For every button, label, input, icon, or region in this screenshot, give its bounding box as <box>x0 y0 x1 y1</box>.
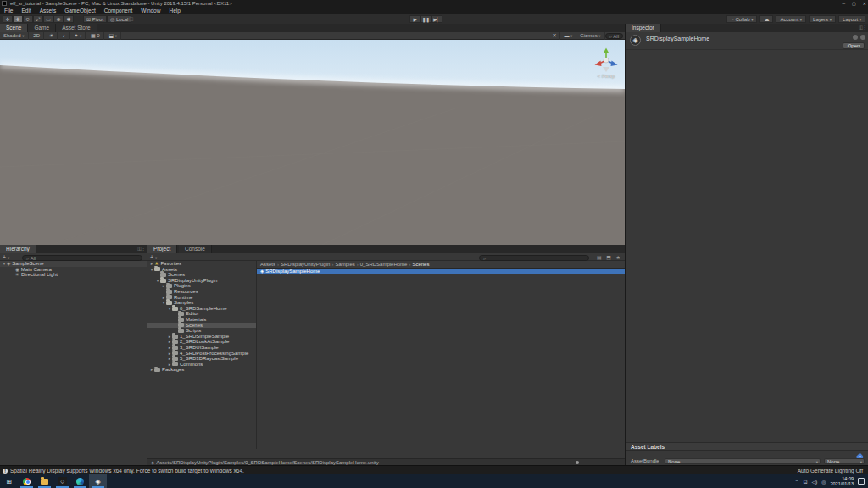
notification-center-icon[interactable] <box>858 478 865 485</box>
scene-orientation-gizmo[interactable] <box>593 47 620 74</box>
hierarchy-item-directional-light[interactable]: ☀Directional Light <box>0 272 147 278</box>
hierarchy-search-input[interactable]: ⌕ All <box>22 255 142 261</box>
menu-component[interactable]: Component <box>100 8 137 14</box>
grid-visibility-dropdown-icon[interactable]: ⬓ ▾ <box>105 32 121 40</box>
open-button[interactable]: Open <box>843 42 865 49</box>
tab-game[interactable]: Game <box>28 24 56 32</box>
project-folder-resources[interactable]: Resources <box>147 289 256 295</box>
shading-mode-dropdown[interactable]: Shaded ▾ <box>0 32 29 40</box>
tray-expand-icon[interactable]: ⌃ <box>795 479 799 485</box>
tab-scene[interactable]: Scene <box>0 24 28 32</box>
selected-asset-row[interactable]: ◈ SRDisplaySampleHome <box>257 269 625 274</box>
assetbundle-dropdown[interactable]: None▾ <box>665 458 821 464</box>
assetbundle-variant-dropdown[interactable]: None▾ <box>824 458 865 464</box>
settings-icon[interactable]: ◎ <box>821 479 826 485</box>
project-folder-assets[interactable]: ▾Assets <box>147 267 256 273</box>
status-bar[interactable]: ! Spatial Reality Display supports Windo… <box>0 465 868 474</box>
menu-edit[interactable]: Edit <box>17 8 35 14</box>
menu-help[interactable]: Help <box>164 8 184 14</box>
context-menu-icon[interactable] <box>860 35 865 40</box>
menu-file[interactable]: File <box>0 8 17 14</box>
tab-hierarchy[interactable]: Hierarchy <box>0 245 36 253</box>
move-tool-icon[interactable]: ✛ <box>13 15 23 23</box>
project-folder-favorites[interactable]: ▸★Favorites <box>147 261 256 267</box>
scene-viewport[interactable]: < Persp <box>0 40 625 245</box>
breadcrumb-item-assets[interactable]: Assets <box>260 262 275 267</box>
thumbnail-zoom-slider[interactable] <box>572 463 601 463</box>
breadcrumb-item-0_srdsamplehome[interactable]: 0_SRDSampleHome <box>360 262 408 267</box>
rect-tool-icon[interactable]: ▭ <box>43 15 53 23</box>
project-folder-editor[interactable]: Editor <box>147 311 256 317</box>
project-folder-materials[interactable]: Materials <box>147 317 256 323</box>
project-folder-2_srdlookatsample[interactable]: ▸2_SRDLookAtSample <box>147 339 256 345</box>
tab-console[interactable]: Console <box>179 245 212 253</box>
breadcrumb-item-srdisplayunityplugin[interactable]: SRDisplayUnityPlugin <box>281 262 330 267</box>
taskbar-unity-hub[interactable]: ◇ <box>53 474 71 488</box>
layout-dropdown[interactable]: Layout ▾ <box>838 15 865 23</box>
scene-tools-icon[interactable]: ✕ <box>548 32 560 40</box>
hierarchy-menu-icon[interactable]: ⚿ ⋮ <box>137 245 144 253</box>
taskbar-chrome[interactable] <box>18 474 36 488</box>
local-toggle[interactable]: ◎ Local <box>107 15 131 23</box>
scene-audio-icon[interactable]: ♪ <box>59 32 70 40</box>
volume-icon[interactable]: ◁) <box>812 479 818 485</box>
help-icon[interactable] <box>853 35 858 40</box>
taskbar-unity-editor[interactable]: ◈ <box>89 474 107 488</box>
breadcrumb-item-scenes[interactable]: Scenes <box>412 262 429 267</box>
taskbar-explorer[interactable] <box>36 474 53 488</box>
taskbar-edge[interactable] <box>71 474 89 488</box>
display-icon[interactable]: ⊡ <box>804 479 808 485</box>
hand-tool-icon[interactable]: ✥ <box>3 15 13 23</box>
project-folder-srdisplayunityplugin[interactable]: ▾SRDisplayUnityPlugin <box>147 278 256 284</box>
step-button[interactable]: ▶▏ <box>431 15 442 23</box>
menu-window[interactable]: Window <box>136 8 164 14</box>
gizmos-dropdown[interactable]: Gizmos ▾ <box>576 32 604 40</box>
scene-lighting-icon[interactable]: ☀ <box>46 32 58 40</box>
inspector-menu-icon[interactable]: ⚿ ⋮ <box>859 24 865 32</box>
project-folder-4_srdpostprocessingsample[interactable]: ▸4_SRDPostProcessingSample <box>147 351 256 357</box>
asset-labels-header[interactable]: Asset Labels <box>626 442 868 451</box>
scene-search-input[interactable]: ⌕ All <box>605 33 623 39</box>
close-button[interactable]: ✕ <box>863 0 866 8</box>
project-folder-0_srdsamplehome[interactable]: ▾0_SRDSampleHome <box>147 306 256 312</box>
project-folder-runtime[interactable]: ▸Runtime <box>147 295 256 301</box>
start-button[interactable]: ⊞ <box>0 474 18 488</box>
toggle-2d-button[interactable]: 2D <box>30 32 44 40</box>
maximize-button[interactable]: ▢ <box>852 0 856 8</box>
collab-dropdown[interactable]: ◔ Collab ▾ <box>726 15 757 23</box>
project-add-button[interactable]: + ▾ <box>150 254 157 260</box>
camera-dropdown-icon[interactable]: ▬ ▾ <box>560 32 576 40</box>
project-folder-scenes[interactable]: Scenes <box>147 323 256 329</box>
effects-dropdown-icon[interactable]: ✦ ▾ <box>70 32 86 40</box>
project-folder-3_srduisample[interactable]: ▸3_SRDUISample <box>147 345 256 351</box>
menu-assets[interactable]: Assets <box>36 8 61 14</box>
project-search-input[interactable]: ⌕ <box>479 255 589 261</box>
breadcrumb-item-samples[interactable]: Samples <box>335 262 354 267</box>
view-mode-label[interactable]: < Persp <box>593 74 620 79</box>
tab-inspector[interactable]: Inspector <box>626 24 661 32</box>
transform-tool-icon[interactable]: ⊕ <box>53 15 64 23</box>
pause-button[interactable]: ❚❚ <box>420 15 431 23</box>
hidden-objects-count[interactable]: ▦ 0 <box>87 32 104 40</box>
project-filter-icons[interactable]: ▤ ⬒ ★ <box>597 254 622 260</box>
project-folder-scenes[interactable]: Scenes <box>147 272 256 278</box>
project-folder-commons[interactable]: ▸Commons <box>147 362 256 368</box>
pivot-toggle[interactable]: ⊡ Pivot <box>83 15 107 23</box>
tab-asset-store[interactable]: Asset Store <box>56 24 97 32</box>
project-folder-5_srd3draycastsample[interactable]: ▸5_SRD3DRaycastSample <box>147 356 256 362</box>
play-button[interactable]: ▶ <box>409 15 420 23</box>
project-folder-1_srdsimplesample[interactable]: ▸1_SRDSimpleSample <box>147 334 256 340</box>
project-folder-samples[interactable]: ▾Samples <box>147 300 256 306</box>
tab-project[interactable]: Project <box>147 245 177 253</box>
rotate-tool-icon[interactable]: ⟳ <box>23 15 33 23</box>
hierarchy-add-button[interactable]: + ▾ <box>3 254 9 260</box>
custom-tool-icon[interactable]: ✱ <box>64 15 74 23</box>
account-dropdown[interactable]: Account ▾ <box>776 15 806 23</box>
cloud-icon[interactable]: ☁ <box>760 15 773 23</box>
layers-dropdown[interactable]: Layers ▾ <box>809 15 836 23</box>
project-folder-scripts[interactable]: Scripts <box>147 328 256 334</box>
project-folder-packages[interactable]: ▸Packages <box>147 367 256 373</box>
minimize-button[interactable]: ─ <box>843 0 846 8</box>
scale-tool-icon[interactable]: ⤢ <box>33 15 43 23</box>
project-folder-plugins[interactable]: ▸Plugins <box>147 283 256 289</box>
